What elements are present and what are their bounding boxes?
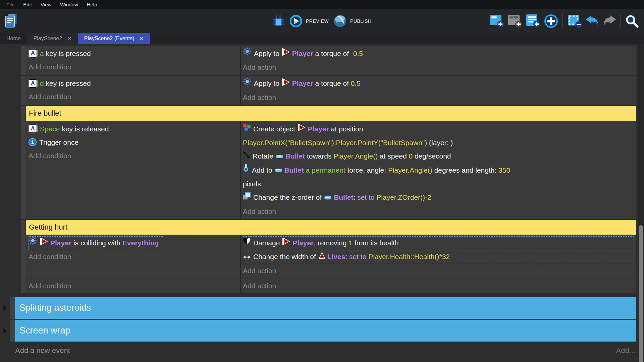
action-rotate-bullet[interactable]: Rotate Bullet towards Player.Angle() at …	[243, 149, 634, 163]
redo-icon[interactable]	[602, 15, 616, 27]
tab-playscene2-events[interactable]: PlayScene2 (Events) ✕	[78, 33, 150, 44]
add-more-button[interactable]: Add...	[616, 346, 635, 355]
publish-label[interactable]: PUBLISH	[350, 18, 371, 24]
add-event-icon[interactable]	[489, 14, 504, 28]
event-gutter[interactable]	[10, 320, 15, 342]
player-object-icon	[282, 236, 290, 249]
event-gutter[interactable]	[21, 235, 25, 279]
action-torque-neg[interactable]: Apply to Player a torque of -0.5	[243, 47, 634, 61]
search-icon[interactable]	[625, 14, 639, 28]
menu-help[interactable]: Help	[83, 2, 102, 7]
add-condition-button[interactable]: Add condition	[29, 90, 238, 104]
comment-getting-hurt[interactable]: Getting hurt	[21, 220, 636, 235]
conditions-column: Aa key is pressed Add condition	[26, 46, 241, 75]
menu-view[interactable]: View	[36, 2, 56, 7]
conditions-column: Ad key is pressed Add condition	[26, 76, 241, 105]
add-action-button[interactable]: Add action	[243, 61, 634, 74]
condition-trigger-once[interactable]: 1Trigger once	[29, 136, 238, 149]
group-screen-wrap[interactable]: Screen wrap	[10, 320, 636, 342]
player-object-icon	[282, 47, 290, 60]
damage-heart-icon	[243, 236, 251, 249]
undo-icon[interactable]	[585, 15, 599, 27]
rotate-icon	[243, 149, 250, 163]
trigger-once-icon: 1	[29, 138, 37, 146]
action-create-object-position[interactable]: Player.PointX("BulletSpawn");Player.Poin…	[243, 136, 634, 149]
add-condition-button[interactable]: Add condition	[29, 279, 238, 293]
delete-selection-icon[interactable]	[567, 14, 582, 28]
scrollbar-thumb[interactable]	[639, 225, 643, 362]
action-change-width-selected[interactable]: Change the width of Lives: set to Player…	[243, 250, 634, 264]
collapse-arrow-icon[interactable]	[3, 305, 7, 311]
keyboard-icon: A	[29, 79, 37, 88]
event-gutter[interactable]	[21, 121, 25, 219]
condition-a-key[interactable]: Aa key is pressed	[29, 47, 238, 60]
add-comment-icon[interactable]	[526, 14, 541, 28]
add-new-event-button[interactable]: Add a new event	[15, 346, 70, 355]
menu-edit[interactable]: Edit	[19, 2, 36, 7]
add-subevent-icon[interactable]	[507, 14, 523, 28]
add-action-button[interactable]: Add action	[243, 205, 634, 218]
keyboard-icon: A	[29, 49, 37, 58]
collapse-arrow-icon[interactable]	[3, 328, 7, 334]
close-icon[interactable]: ✕	[67, 36, 71, 41]
add-action-button[interactable]: Add action	[243, 91, 634, 104]
add-action-button[interactable]: Add action	[243, 264, 634, 278]
player-object-icon	[298, 122, 306, 135]
add-action-button[interactable]: Add action	[243, 279, 634, 293]
action-damage-selected[interactable]: Damage Player, removing 1 from its healt…	[243, 236, 634, 250]
group-title[interactable]: Splitting asteroids	[15, 297, 636, 319]
comment-fire-bullet[interactable]: Fire bullet	[21, 106, 636, 121]
event-gutter[interactable]	[10, 297, 15, 319]
event-a-key[interactable]: Aa key is pressed Add condition Apply to…	[21, 46, 636, 75]
event-space-key[interactable]: ASpace key is released 1Trigger once Add…	[21, 121, 636, 219]
bullet-object-icon	[275, 163, 282, 177]
group-splitting-asteroids[interactable]: Splitting asteroids	[10, 297, 636, 319]
event-d-key[interactable]: Ad key is pressed Add condition Apply to…	[21, 76, 636, 105]
bullet-object-icon	[324, 191, 332, 204]
events-sheet: Aa key is pressed Add condition Apply to…	[0, 44, 644, 362]
add-circle-icon[interactable]	[544, 14, 558, 28]
bullet-object-icon	[276, 149, 283, 163]
force-icon	[243, 163, 250, 177]
debug-icon[interactable]	[272, 15, 284, 27]
action-zorder[interactable]: Change the z-order of Bullet: set to Pla…	[243, 191, 634, 204]
tab-home-label: Home	[6, 36, 21, 42]
menu-window[interactable]: Window	[56, 2, 82, 7]
event-collision[interactable]: Player is colliding with Everything Add …	[21, 235, 636, 279]
event-gutter[interactable]	[21, 220, 25, 235]
preview-play-icon[interactable]	[289, 14, 303, 28]
preview-label[interactable]: PREVIEW	[306, 18, 329, 24]
actions-column: Add action	[241, 279, 636, 293]
event-gutter[interactable]	[21, 76, 25, 105]
event-gutter[interactable]	[21, 279, 25, 293]
actions-column: Damage Player, removing 1 from its healt…	[241, 235, 636, 279]
menu-file[interactable]: File	[2, 2, 19, 7]
event-empty[interactable]: Add condition Add action	[21, 279, 636, 293]
toolbar-separator	[562, 14, 563, 28]
main-toolbar: PREVIEW PUBLISH	[0, 9, 644, 33]
add-condition-button[interactable]: Add condition	[29, 250, 238, 263]
width-icon	[243, 250, 251, 263]
physics-icon	[243, 77, 252, 90]
condition-d-key[interactable]: Ad key is pressed	[29, 77, 238, 90]
add-condition-button[interactable]: Add condition	[29, 60, 238, 74]
action-add-force-wrap[interactable]: pixels	[243, 177, 634, 191]
action-add-force[interactable]: Add to Bullet a permanent force, angle: …	[243, 164, 634, 177]
condition-space-key[interactable]: ASpace key is released	[29, 122, 238, 136]
create-object-icon	[243, 122, 251, 135]
publish-globe-icon[interactable]	[333, 14, 347, 28]
conditions-column: Add condition	[26, 279, 241, 293]
condition-collision-selected[interactable]: Player is colliding with Everything	[29, 236, 163, 250]
action-create-object[interactable]: Create object Player at position	[243, 122, 634, 136]
action-torque-pos[interactable]: Apply to Player a torque of 0.5	[243, 77, 634, 90]
tab-home[interactable]: Home	[0, 33, 27, 44]
tab-playscene2[interactable]: PlayScene2 ✕	[27, 33, 78, 44]
close-icon[interactable]: ✕	[140, 36, 144, 41]
event-gutter[interactable]	[21, 46, 25, 75]
scrollbar-track[interactable]	[638, 44, 644, 362]
group-title[interactable]: Screen wrap	[15, 320, 636, 342]
keyboard-icon: A	[29, 124, 37, 133]
add-condition-button[interactable]: Add condition	[29, 149, 238, 163]
event-gutter[interactable]	[21, 106, 25, 121]
project-manager-icon[interactable]	[4, 13, 19, 28]
